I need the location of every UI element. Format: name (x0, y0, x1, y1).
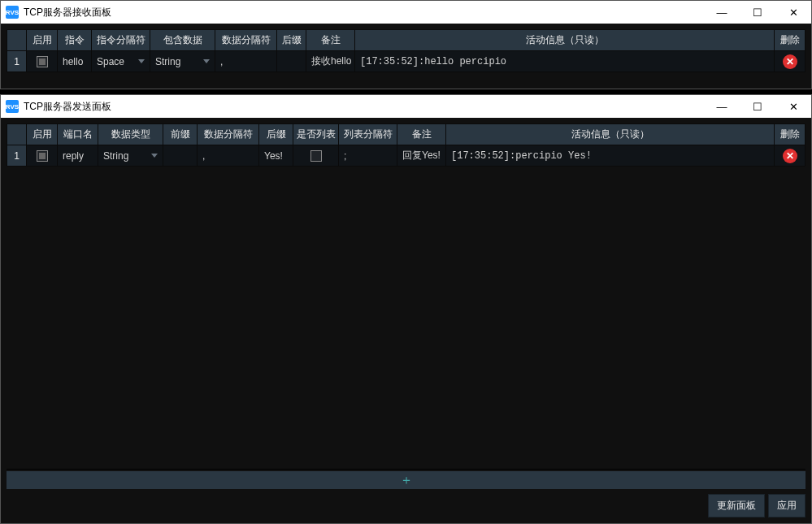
receive-table: 启用 指令 指令分隔符 包含数据 数据分隔符 后缀 备注 活动信息（只读） 删除… (7, 29, 805, 72)
col-contain-data: 包含数据 (150, 30, 215, 51)
receive-window-title: TCP服务器接收面板 (24, 6, 704, 19)
contain-data-cell[interactable]: String (150, 51, 215, 72)
send-panel-window: RVS TCP服务器发送面板 — ☐ ✕ 启用 端口名 数据类型 (0, 94, 812, 524)
delete-cell[interactable]: ✕ (775, 51, 805, 72)
checkbox-icon[interactable] (37, 150, 48, 162)
send-titlebar[interactable]: RVS TCP服务器发送面板 — ☐ ✕ (1, 95, 811, 118)
is-list-cell[interactable] (293, 145, 339, 167)
contain-data-value: String (155, 56, 180, 67)
col-port: 端口名 (58, 124, 98, 145)
data-sep-cell[interactable]: , (198, 145, 259, 167)
col-cmd: 指令 (58, 30, 92, 51)
col-delete: 删除 (775, 30, 805, 51)
maximize-button[interactable]: ☐ (740, 95, 775, 118)
cmd-sep-cell[interactable]: Space (92, 51, 150, 72)
row-index: 1 (7, 145, 27, 167)
enable-cell[interactable] (27, 51, 58, 72)
receive-header-row: 启用 指令 指令分隔符 包含数据 数据分隔符 后缀 备注 活动信息（只读） 删除 (7, 30, 805, 51)
col-list-sep: 列表分隔符 (339, 124, 397, 145)
col-remark: 备注 (397, 124, 446, 145)
minimize-button[interactable]: — (704, 1, 740, 24)
checkbox-icon[interactable] (37, 56, 48, 67)
col-remark: 备注 (306, 30, 355, 51)
data-sep-cell[interactable]: , (215, 51, 277, 72)
col-suffix: 后缀 (259, 124, 293, 145)
col-dtype: 数据类型 (98, 124, 163, 145)
col-rownum (7, 30, 27, 51)
remark-cell[interactable]: 接收hello (306, 51, 355, 72)
row-index: 1 (7, 51, 27, 72)
activity-cell: [17:35:52]:percipio Yes! (446, 145, 775, 167)
dtype-value: String (103, 150, 128, 162)
minimize-button[interactable]: — (704, 95, 740, 118)
apply-button[interactable]: 应用 (768, 494, 805, 518)
send-row: 1 reply String , Yes! ; 回复Yes! [17:35:52… (7, 145, 805, 167)
activity-cell: [17:35:52]:hello percipio (355, 51, 775, 72)
delete-icon[interactable]: ✕ (783, 54, 797, 69)
list-sep-cell[interactable]: ; (339, 145, 397, 167)
receive-titlebar[interactable]: RVS TCP服务器接收面板 — ☐ ✕ (1, 1, 811, 24)
receive-row: 1 hello Space String , 接收hello [17:35:52… (7, 51, 805, 72)
add-row-button[interactable]: ＋ (7, 471, 805, 489)
app-icon: RVS (6, 100, 19, 113)
chevron-down-icon (138, 59, 145, 63)
send-table: 启用 端口名 数据类型 前缀 数据分隔符 后缀 是否列表 列表分隔符 备注 活动… (7, 123, 805, 167)
delete-icon[interactable]: ✕ (783, 149, 797, 163)
suffix-cell[interactable]: Yes! (259, 145, 293, 167)
remark-cell[interactable]: 回复Yes! (397, 145, 446, 167)
send-window-title: TCP服务器发送面板 (24, 100, 704, 114)
enable-cell[interactable] (27, 145, 58, 167)
dtype-cell[interactable]: String (98, 145, 163, 167)
plus-icon: ＋ (400, 472, 413, 489)
prefix-cell[interactable] (163, 145, 198, 167)
send-body: 启用 端口名 数据类型 前缀 数据分隔符 后缀 是否列表 列表分隔符 备注 活动… (1, 118, 811, 523)
receive-panel-window: RVS TCP服务器接收面板 — ☐ ✕ 启用 指令 指令分隔符 包含数据 数据… (0, 0, 812, 89)
col-is-list: 是否列表 (293, 124, 339, 145)
footer: 更新面板 应用 (7, 489, 805, 518)
col-data-sep: 数据分隔符 (215, 30, 277, 51)
col-enable: 启用 (27, 124, 58, 145)
close-button[interactable]: ✕ (775, 1, 811, 24)
cmd-sep-value: Space (97, 56, 124, 67)
col-activity: 活动信息（只读） (355, 30, 775, 51)
col-cmd-sep: 指令分隔符 (92, 30, 150, 51)
cmd-cell[interactable]: hello (58, 51, 92, 72)
close-button[interactable]: ✕ (775, 95, 811, 118)
col-activity: 活动信息（只读） (446, 124, 775, 145)
suffix-cell[interactable] (277, 51, 306, 72)
send-grid-wrap: 启用 端口名 数据类型 前缀 数据分隔符 后缀 是否列表 列表分隔符 备注 活动… (7, 123, 805, 470)
chevron-down-icon (203, 59, 210, 63)
col-enable: 启用 (27, 30, 58, 51)
send-header-row: 启用 端口名 数据类型 前缀 数据分隔符 后缀 是否列表 列表分隔符 备注 活动… (7, 124, 805, 145)
checkbox-icon[interactable] (310, 150, 322, 162)
col-suffix: 后缀 (277, 30, 306, 51)
chevron-down-icon (151, 154, 158, 158)
receive-body: 启用 指令 指令分隔符 包含数据 数据分隔符 后缀 备注 活动信息（只读） 删除… (1, 24, 811, 89)
window-controls: — ☐ ✕ (704, 1, 811, 24)
col-data-sep: 数据分隔符 (198, 124, 259, 145)
col-delete: 删除 (775, 124, 805, 145)
col-rownum (7, 124, 27, 145)
refresh-panel-button[interactable]: 更新面板 (708, 494, 765, 518)
window-controls: — ☐ ✕ (704, 95, 811, 118)
app-icon: RVS (6, 6, 19, 19)
maximize-button[interactable]: ☐ (740, 1, 775, 24)
col-prefix: 前缀 (163, 124, 198, 145)
port-cell[interactable]: reply (58, 145, 98, 167)
delete-cell[interactable]: ✕ (775, 145, 805, 167)
